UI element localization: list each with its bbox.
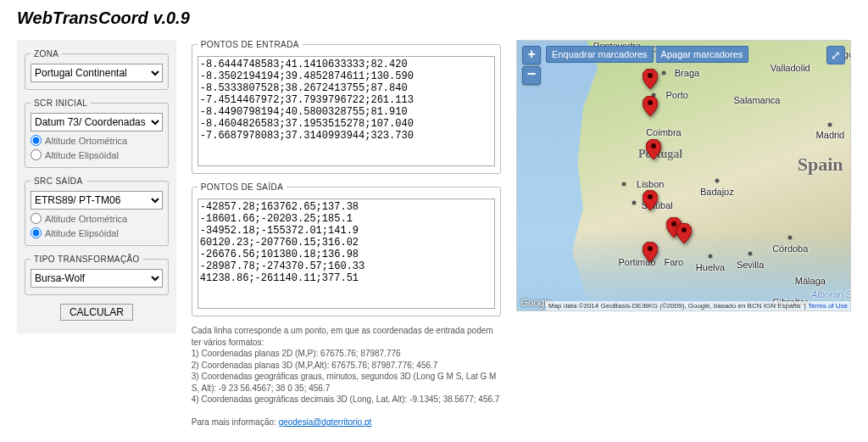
help-email-link[interactable]: geodesia@dgterritorio.pt (279, 417, 372, 427)
clear-markers-button[interactable]: Apagar marcadores (655, 46, 749, 63)
help-text: Cada linha corresponde a um ponto, em qu… (192, 325, 501, 428)
scr-inicial-elip-radio[interactable] (31, 149, 42, 160)
entrada-legend: PONTOS DE ENTRADA (198, 40, 303, 49)
map-marker[interactable] (643, 190, 658, 210)
map-actions: Enquadrar marcadores Apagar marcadores (546, 46, 748, 63)
page-title: WebTransCoord v.0.9 (17, 8, 851, 28)
scr-inicial-fieldset: SCR INICIAL Datum 73/ Coordenadas Geog A… (25, 98, 169, 168)
help-l3: 3) Coordenadas geográficas graus, minuto… (192, 371, 501, 394)
help-moreinfo: Para mais informação: (192, 417, 276, 427)
label-coimbra: Coimbra (646, 127, 682, 137)
scr-inicial-select[interactable]: Datum 73/ Coordenadas Geog (31, 113, 163, 131)
dot-braga (661, 71, 665, 76)
zona-legend: ZONA (31, 49, 62, 59)
map-marker[interactable] (643, 69, 658, 89)
zona-select[interactable]: Portugal Continental (31, 64, 163, 82)
src-saida-orto-row[interactable]: Altitude Ortométrica (31, 213, 163, 224)
entrada-textarea[interactable] (198, 56, 495, 166)
label-faro: Faro (664, 257, 683, 267)
scr-inicial-orto-label: Altitude Ortométrica (45, 136, 127, 146)
calcular-button[interactable]: CALCULAR (60, 304, 133, 321)
label-valladolid: Valladolid (771, 63, 810, 73)
src-saida-elip-radio[interactable] (31, 227, 42, 238)
saida-legend: PONTOS DE SAÍDA (198, 182, 287, 192)
dot-sevilla (748, 252, 753, 256)
label-lisbon: Lisbon (637, 179, 664, 189)
map[interactable]: Portugal Spain Porto Braga Coimbra Lisbo… (516, 40, 851, 311)
label-sevilla: Sevilla (737, 260, 764, 270)
src-saida-elip-row[interactable]: Altitude Elipsóidal (31, 227, 163, 238)
fullscreen-button[interactable]: ⤢ (826, 46, 845, 64)
scr-inicial-elip-row[interactable]: Altitude Elipsóidal (31, 149, 163, 160)
dot-madrid (828, 122, 832, 126)
map-terms-link[interactable]: Terms of Use (808, 302, 848, 310)
label-cordoba: Córdoba (772, 243, 808, 254)
saida-textarea[interactable] (198, 199, 495, 309)
src-saida-elip-label: Altitude Elipsóidal (45, 228, 119, 238)
label-huelva: Huelva (696, 262, 725, 272)
scr-inicial-orto-row[interactable]: Altitude Ortométrica (31, 135, 163, 146)
help-l2: 2) Coordenadas planas 3D (M,P,Alt): 6767… (192, 360, 501, 372)
label-salamanca: Salamanca (733, 95, 780, 105)
tipo-transf-fieldset: TIPO TRANSFORMAÇÃO Bursa-Wolf (25, 255, 169, 295)
map-zoom-controls: + − (522, 46, 541, 85)
map-marker[interactable] (643, 242, 658, 262)
tipo-transf-legend: TIPO TRANSFORMAÇÃO (31, 255, 143, 264)
src-saida-orto-label: Altitude Ortométrica (45, 214, 127, 224)
src-saida-select[interactable]: ETRS89/ PT-TM06 (31, 191, 163, 210)
zona-fieldset: ZONA Portugal Continental (25, 49, 169, 90)
map-marker[interactable] (676, 223, 692, 243)
src-saida-orto-radio[interactable] (31, 213, 42, 224)
label-spain: Spain (798, 154, 843, 176)
frame-markers-button[interactable]: Enquadrar marcadores (546, 46, 654, 63)
scr-inicial-legend: SCR INICIAL (31, 98, 91, 108)
help-l4: 4) Coordenadas geográficas decimais 3D (… (192, 394, 501, 406)
label-badajoz: Badajoz (700, 187, 734, 197)
scr-inicial-orto-radio[interactable] (31, 135, 42, 146)
map-attribution-text: Map data ©2014 GeoBasis-DE/BKG (©2009), … (548, 302, 800, 310)
dot-huelva (708, 255, 712, 259)
dot-setubal (632, 200, 636, 204)
map-attribution: Map data ©2014 GeoBasis-DE/BKG (©2009), … (546, 301, 850, 311)
label-malaga: Málaga (795, 276, 826, 286)
map-marker[interactable] (646, 139, 661, 159)
saida-fieldset: PONTOS DE SAÍDA (192, 182, 501, 316)
dot-badajoz (715, 179, 719, 183)
src-saida-legend: SRC SAÍDA (31, 176, 86, 186)
controls-panel: ZONA Portugal Continental SCR INICIAL Da… (17, 40, 176, 333)
label-braga: Braga (675, 68, 699, 78)
label-alboran: Alboran Sea (811, 289, 851, 299)
entrada-fieldset: PONTOS DE ENTRADA (192, 40, 501, 174)
label-madrid: Madrid (816, 130, 845, 140)
src-saida-fieldset: SRC SAÍDA ETRS89/ PT-TM06 Altitude Ortom… (25, 176, 169, 246)
dot-cordoba (788, 236, 793, 240)
zoom-out-button[interactable]: − (522, 66, 541, 85)
scr-inicial-elip-label: Altitude Elipsóidal (45, 150, 119, 160)
map-marker[interactable] (643, 96, 658, 116)
help-intro: Cada linha corresponde a um ponto, em qu… (192, 325, 501, 348)
help-l1: 1) Coordenadas planas 2D (M,P): 67675.76… (192, 348, 501, 360)
io-panel: PONTOS DE ENTRADA PONTOS DE SAÍDA Cada l… (192, 40, 501, 428)
tipo-transf-select[interactable]: Bursa-Wolf (31, 269, 163, 288)
zoom-in-button[interactable]: + (522, 46, 541, 64)
label-porto: Porto (666, 90, 688, 100)
dot-lisbon (621, 182, 626, 186)
